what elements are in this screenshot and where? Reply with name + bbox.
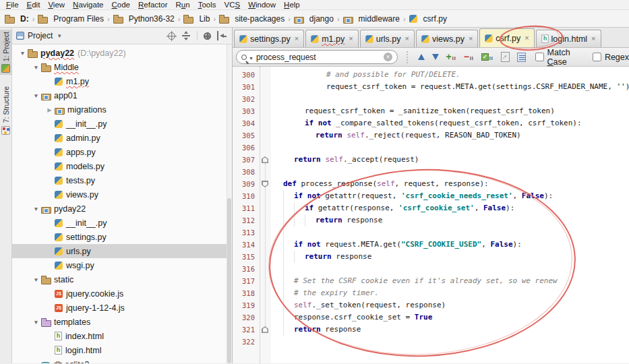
- code-text[interactable]: return response: [271, 324, 629, 336]
- search-input[interactable]: ▼ process_request ×: [236, 50, 398, 64]
- code-line[interactable]: 300# and possible for PUT/DELETE.: [233, 69, 629, 81]
- tool-window-button-structure[interactable]: 7: Structure: [0, 84, 12, 136]
- tree-item-settings-py[interactable]: settings.py: [12, 230, 232, 244]
- line-number[interactable]: 309: [233, 178, 260, 190]
- breadcrumb-item[interactable]: middleware: [343, 14, 400, 24]
- code-text[interactable]: [271, 142, 629, 154]
- tree-item-wsgi-py[interactable]: wsgi.py: [12, 258, 232, 272]
- tree-item-urls-py[interactable]: urls.py: [12, 244, 232, 258]
- code-line[interactable]: 313: [233, 226, 629, 239]
- chevron-down-icon[interactable]: ▼: [32, 64, 40, 71]
- line-number[interactable]: 320: [233, 311, 260, 324]
- tree-item--init-py[interactable]: __init__.py: [12, 117, 232, 131]
- code-line[interactable]: 305return self._reject(request, REASON_B…: [233, 129, 629, 142]
- code-line[interactable]: 310if not getattr(request, 'csrf_cookie_…: [233, 190, 629, 202]
- close-icon[interactable]: ×: [405, 35, 409, 42]
- tree-item-login-html[interactable]: login.html: [12, 343, 232, 357]
- close-icon[interactable]: ×: [525, 34, 529, 42]
- code-line[interactable]: 312return response: [233, 214, 629, 226]
- code-text[interactable]: [271, 336, 629, 348]
- tree-item-static[interactable]: ▼static: [12, 272, 232, 286]
- search-query-text[interactable]: process_request: [256, 53, 384, 62]
- tool-window-button-project[interactable]: 1: Project: [0, 30, 12, 75]
- code-text[interactable]: [271, 263, 629, 275]
- chevron-down-icon[interactable]: ▼: [32, 319, 40, 326]
- tree-item-jquery-1-12-4-js[interactable]: jquery-1-12-4.js: [12, 301, 232, 315]
- chevron-down-icon[interactable]: ▼: [57, 33, 62, 39]
- code-text[interactable]: self._set_token(request, response): [271, 299, 629, 311]
- clear-search-icon[interactable]: ×: [384, 53, 392, 61]
- collapse-all-icon[interactable]: [181, 31, 191, 40]
- menu-file[interactable]: File: [2, 1, 23, 9]
- line-number[interactable]: 303: [233, 105, 260, 117]
- code-line[interactable]: 307return self._accept(request): [233, 154, 629, 166]
- line-number[interactable]: 314: [233, 239, 260, 251]
- code-line[interactable]: 320response.csrf_cookie_set = True: [233, 311, 629, 324]
- menu-help[interactable]: Help: [280, 1, 304, 9]
- tree-item-pyday22[interactable]: ▼pyday22 (D:\pyday22): [12, 46, 232, 60]
- code-line[interactable]: 311if getattr(response, 'csrf_cookie_set…: [233, 202, 629, 214]
- menu-run[interactable]: Run: [172, 1, 194, 9]
- breadcrumb-item[interactable]: Lib: [183, 14, 210, 24]
- tree-item-views-py[interactable]: views.py: [12, 187, 232, 202]
- code-line[interactable]: 308: [233, 166, 629, 178]
- tree-item-apps-py[interactable]: apps.py: [12, 145, 232, 159]
- previous-occurrence-icon[interactable]: [418, 54, 425, 60]
- menu-refactor[interactable]: Refactor: [134, 1, 171, 9]
- close-icon[interactable]: ×: [591, 35, 595, 42]
- chevron-down-icon[interactable]: ▼: [32, 276, 40, 283]
- line-number[interactable]: 307: [233, 154, 260, 166]
- breadcrumb-item[interactable]: csrf.py: [409, 14, 447, 24]
- next-occurrence-icon[interactable]: [432, 54, 439, 60]
- line-number[interactable]: 312: [233, 214, 260, 226]
- close-icon[interactable]: ×: [295, 35, 299, 42]
- chevron-down-icon[interactable]: ▼: [19, 50, 26, 57]
- breadcrumb-item[interactable]: D:: [5, 14, 29, 24]
- code-text[interactable]: [271, 226, 629, 239]
- tree-item-app01[interactable]: ▼app01: [12, 88, 232, 102]
- select-all-occurrences-icon[interactable]: ✓II: [481, 53, 493, 61]
- menu-tools[interactable]: Tools: [194, 1, 220, 9]
- code-line[interactable]: 317# Set the CSRF cookie even if it's al…: [233, 275, 629, 287]
- code-text[interactable]: [271, 166, 629, 178]
- tab-urls-py[interactable]: urls.py×: [360, 30, 415, 47]
- chevron-down-icon[interactable]: ▼: [32, 92, 40, 99]
- code-line[interactable]: 319self._set_token(request, response): [233, 299, 629, 311]
- code-line[interactable]: 303request_csrf_token = _sanitize_token(…: [233, 105, 629, 117]
- tree-item-index-html[interactable]: index.html: [12, 329, 232, 343]
- code-line[interactable]: 306: [233, 142, 629, 154]
- code-line[interactable]: 316: [233, 263, 629, 275]
- code-text[interactable]: def process_response(self, request, resp…: [271, 178, 629, 190]
- menu-window[interactable]: Window: [244, 1, 280, 9]
- tree-item-db-sqlite3[interactable]: db.sqlite3: [12, 357, 232, 363]
- match-case-option[interactable]: Match Case: [535, 48, 583, 67]
- code-text[interactable]: [271, 93, 629, 105]
- code-text[interactable]: request_csrf_token = request.META.get(se…: [271, 81, 629, 93]
- search-history-caret-icon[interactable]: ▼: [249, 56, 253, 61]
- line-number[interactable]: 313: [233, 226, 260, 239]
- line-number[interactable]: 311: [233, 202, 260, 214]
- code-text[interactable]: response.csrf_cookie_set = True: [271, 311, 629, 324]
- tab-login-html[interactable]: login.html×: [536, 30, 601, 47]
- code-line[interactable]: 304if not _compare_salted_tokens(request…: [233, 117, 629, 129]
- breadcrumb-item[interactable]: site-packages: [219, 14, 284, 24]
- line-number[interactable]: 319: [233, 299, 260, 311]
- line-number[interactable]: 317: [233, 275, 260, 287]
- code-text[interactable]: return self._reject(request, REASON_BAD_…: [271, 129, 629, 142]
- line-number[interactable]: 301: [233, 81, 260, 93]
- tree-item-tests-py[interactable]: tests.py: [12, 173, 232, 187]
- menu-navigate[interactable]: Navigate: [69, 1, 107, 9]
- line-number[interactable]: 300: [233, 69, 260, 81]
- code-text[interactable]: # and possible for PUT/DELETE.: [271, 69, 629, 81]
- tree-item-templates[interactable]: ▼templates: [12, 315, 232, 329]
- line-number[interactable]: 305: [233, 129, 260, 142]
- preview-icon[interactable]: [517, 53, 526, 62]
- remove-occurrence-icon[interactable]: −II: [464, 53, 474, 61]
- chevron-right-icon[interactable]: ▶: [46, 107, 53, 113]
- line-number[interactable]: 318: [233, 287, 260, 299]
- code-text[interactable]: if not _compare_salted_tokens(request_cs…: [271, 117, 629, 129]
- tab-settings-py[interactable]: settings.py×: [234, 30, 304, 47]
- menu-vcs[interactable]: VCS: [220, 1, 244, 9]
- project-scrollbar[interactable]: [227, 44, 232, 363]
- tab-views-py[interactable]: views.py×: [416, 30, 478, 47]
